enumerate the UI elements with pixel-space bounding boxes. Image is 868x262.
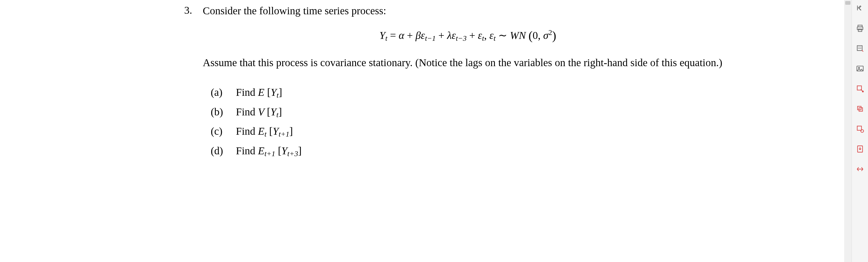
eq-eps2: ε: [452, 29, 456, 41]
eq-zero: 0,: [532, 29, 543, 41]
subpart-b-rb: ]: [278, 106, 282, 118]
subpart-c-verb: Find: [236, 125, 258, 137]
eq-sigma: σ: [543, 29, 548, 41]
eq-plus3: +: [466, 29, 478, 41]
edit-tool-icon[interactable]: [855, 84, 865, 94]
eq-lparen: (: [528, 29, 532, 42]
svg-rect-9: [858, 106, 861, 110]
vertical-scrollbar[interactable]: [844, 0, 851, 262]
print-icon[interactable]: [855, 23, 865, 33]
svg-rect-11: [857, 126, 861, 130]
subpart-d-verb: Find: [236, 145, 258, 157]
right-toolbar: K: [851, 0, 868, 262]
eq-eps1: ε: [421, 29, 425, 41]
eq-plus2: +: [436, 29, 447, 41]
subpart-d-lb: [: [278, 145, 281, 157]
subpart-c: (c) Find Et [Yt+1]: [211, 124, 733, 139]
subparts-list: (a) Find E [Yt] (b) Find V [Yt] (c) Find…: [203, 85, 733, 158]
svg-point-8: [862, 91, 863, 92]
subpart-b-Y: Y: [270, 106, 276, 118]
svg-point-6: [859, 67, 860, 68]
eq-eps3: ε: [478, 29, 482, 41]
subpart-a-E: E: [258, 86, 267, 98]
eq-lambda: λ: [447, 29, 452, 41]
eq-sub-tm1: t−1: [425, 34, 436, 42]
subpart-b-lb: [: [267, 106, 270, 118]
eq-sub-t3: t: [494, 34, 496, 42]
subpart-c-space: [267, 125, 269, 137]
equation: Yt = α + βεt−1 + λεt−3 + εt, εt ∼ WN (0,…: [203, 28, 733, 43]
svg-rect-4: [858, 29, 862, 32]
scrollbar-handle[interactable]: [845, 1, 850, 5]
annotate-icon[interactable]: [855, 43, 865, 53]
subpart-a-lb: [: [267, 86, 271, 98]
subpart-d-E: E: [258, 145, 264, 157]
subpart-c-leadsub: t: [265, 130, 267, 138]
eq-tilde: ∼: [496, 29, 510, 41]
object-tool-icon[interactable]: [855, 124, 865, 134]
eq-wn: WN: [510, 29, 526, 41]
assumption-text: Assume that this process is covariance s…: [203, 54, 733, 71]
eq-beta: β: [415, 29, 421, 41]
subpart-c-lb: [: [269, 125, 273, 137]
subpart-c-sub: t+1: [279, 130, 289, 138]
svg-rect-10: [859, 108, 862, 111]
eq-sq: 2: [548, 28, 552, 37]
eq-sub-t2: t: [482, 34, 484, 42]
svg-text:K: K: [856, 4, 861, 12]
subpart-c-Y: Y: [273, 125, 279, 137]
transform-tool-icon[interactable]: [855, 104, 865, 114]
subpart-d-space: [275, 145, 278, 157]
subpart-c-label: (c): [211, 124, 233, 138]
problem-number: 3.: [184, 4, 200, 16]
subpart-b-label: (b): [211, 105, 233, 119]
svg-point-12: [861, 130, 864, 133]
subpart-d-sub: t+3: [287, 150, 298, 158]
subpart-a-rb: ]: [279, 86, 282, 98]
subpart-d-label: (d): [211, 144, 233, 158]
problem-block: 3. Consider the following time series pr…: [184, 4, 741, 163]
subpart-b-V: V: [258, 106, 267, 118]
subpart-c-E: E: [258, 125, 264, 137]
subpart-a-sub: t: [276, 91, 279, 99]
subpart-c-rb: ]: [289, 125, 293, 137]
eq-alpha: α: [399, 29, 404, 41]
download-icon[interactable]: [855, 144, 865, 154]
subpart-d-leadsub: t+1: [265, 150, 275, 158]
eq-equals: =: [388, 29, 399, 41]
subpart-a-verb: Find: [236, 86, 258, 98]
eq-eps4: ε: [490, 29, 494, 41]
subpart-b: (b) Find V [Yt]: [211, 105, 733, 120]
eq-sub-tm3: t−3: [456, 34, 467, 42]
problem-intro: Consider the following time series proce…: [203, 4, 733, 18]
subpart-d-Y: Y: [281, 145, 287, 157]
eq-rparen: ): [552, 29, 556, 42]
collapse-icon[interactable]: K: [855, 3, 865, 13]
image-icon[interactable]: [855, 64, 865, 74]
problem-body: Consider the following time series proce…: [203, 4, 733, 163]
subpart-a: (a) Find E [Yt]: [211, 85, 733, 100]
expand-icon[interactable]: [855, 164, 865, 174]
subpart-a-Y: Y: [271, 86, 276, 98]
eq-comma: ,: [484, 29, 490, 41]
subpart-b-verb: Find: [236, 106, 258, 118]
subpart-a-label: (a): [211, 85, 233, 99]
eq-Y: Y: [379, 29, 385, 41]
eq-plus1: +: [404, 29, 415, 41]
subpart-d: (d) Find Et+1 [Yt+3]: [211, 144, 733, 158]
eq-sub-t: t: [385, 34, 388, 42]
subpart-d-rb: ]: [298, 145, 302, 157]
